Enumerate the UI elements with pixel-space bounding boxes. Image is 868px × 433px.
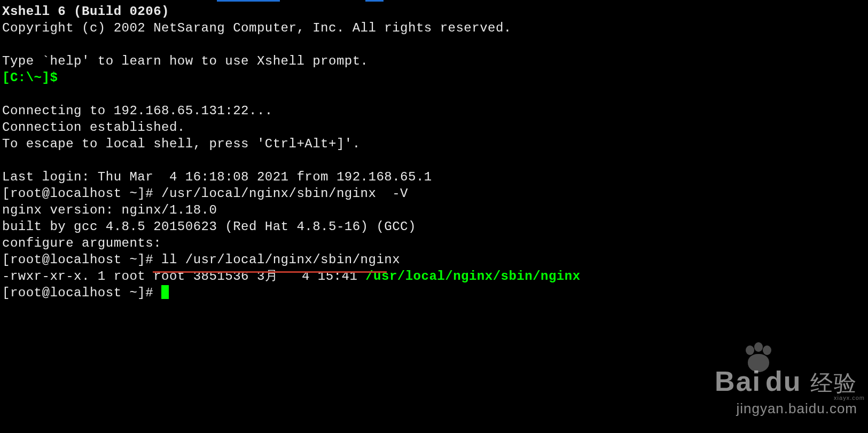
watermark-paw-icon [748,354,769,374]
local-prompt: [C:\~]$ [2,70,58,85]
cmd-ll: ll /usr/local/nginx/sbin/nginx [161,253,400,267]
watermark-brand2: du [765,366,802,397]
watermark: Baidu 经验 jingyan.baidu.com [715,365,857,417]
banner-title: Xshell 6 (Build 0206) [2,4,169,19]
connect-escape: To escape to local shell, press 'Ctrl+Al… [2,137,361,151]
watermark-url: jingyan.baidu.com [715,400,857,417]
window-chrome-accent [217,0,280,2]
built-by-output: built by gcc 4.8.5 20150623 (Red Hat 4.8… [2,219,416,234]
banner-copyright: Copyright (c) 2002 NetSarang Computer, I… [2,21,512,35]
configure-output: configure arguments: [2,236,161,250]
watermark-side: xiayx.com [834,395,865,401]
shell-prompt: [root@localhost ~]# [2,286,161,300]
window-chrome-accent [365,0,384,2]
shell-prompt: [root@localhost ~]# [2,186,161,201]
nginx-version-output: nginx version: nginx/1.18.0 [2,203,217,217]
banner-help: Type `help' to learn how to use Xshell p… [2,54,369,68]
connect-established: Connection established. [2,120,185,135]
terminal-cursor[interactable] [161,285,169,299]
cmd-nginx-version: /usr/local/nginx/sbin/nginx -V [161,186,408,201]
annotation-underline [153,271,387,273]
last-login: Last login: Thu Mar 4 16:18:08 2021 from… [2,170,432,184]
terminal-output[interactable]: Xshell 6 (Build 0206) Copyright (c) 2002… [0,0,868,304]
watermark-suffix: 经验 [810,371,857,396]
connect-line: Connecting to 192.168.65.131:22... [2,104,273,118]
ll-output-path: /usr/local/nginx/sbin/nginx [365,269,580,284]
shell-prompt: [root@localhost ~]# [2,253,161,267]
